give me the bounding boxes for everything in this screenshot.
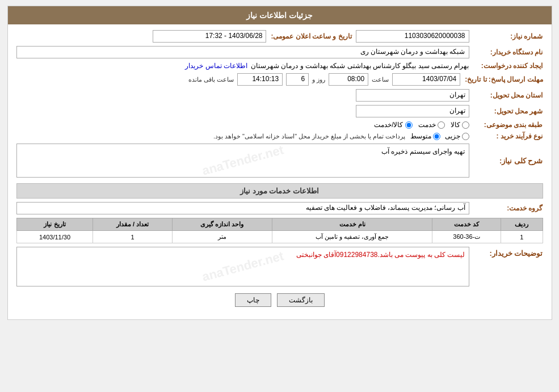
sharh-kolli-box: تهیه واجرای سیستم ذخیره آب anaTender.net [16,144,469,178]
ijad-konande-link[interactable]: اطلاعات تماس خریدار [185,62,247,70]
tosih-kharidar-value: لیست کلی به پیوست می باشد.09122984738آقا… [296,251,465,259]
col-kod: کد خدمت [432,218,501,231]
shahr-row: شهر محل تحویل: تهران [16,105,543,117]
watermark: anaTender.net [200,144,285,178]
sharh-kolli-value: تهیه واجرای سیستم ذخیره آب [381,147,465,155]
col-vahed: واحد اندازه گیری [172,218,272,231]
sharh-kolli-label: شرح کلی نیاز: [469,157,543,165]
chap-button[interactable]: چاپ [235,293,271,307]
tarikhoSaat-label: تاریخ و ساعت اعلان عمومی: [266,32,351,40]
mohlat-label: مهلت ارسال پاسخ: تا تاریخ: [460,75,543,83]
sharh-kolli-row: شرح کلی نیاز: تهیه واجرای سیستم ذخیره آب… [16,144,543,178]
groupe-khedmat-row: گروه خدمت: آب رسانی؛ مدیریت پسماند، فاضل… [16,202,543,214]
ijad-konande-value: بهرام رستمی سید بیگلو کارشناس بهداشتی شب… [251,62,469,70]
services-table-container: ردیف کد خدمت نام خدمت واحد اندازه گیری ت… [16,218,543,243]
radio-motavas[interactable]: متوسط [410,132,440,140]
table-cell-tedad: 1 [93,231,172,243]
shomare-niaz-label: شماره نیاز: [469,32,543,40]
header-bar: جزئیات اطلاعات نیاز [8,6,552,24]
table-header-row: ردیف کد خدمت نام خدمت واحد اندازه گیری ت… [16,218,543,231]
groupe-khedmat-label: گروه خدمت: [469,204,543,212]
col-tedad: تعداد / مقدار [93,218,172,231]
radio-khedmat[interactable]: خدمت [418,121,445,129]
noe-farayand-label: نوع فرآیند خرید : [469,132,543,140]
col-tarikh: تاریخ نیاز [16,218,93,231]
ostan-label: استان محل تحویل: [469,91,543,99]
radio-kala[interactable]: کالا [451,121,469,129]
groupe-khedmat-value: آب رسانی؛ مدیریت پسماند، فاضلاب و فعالیت… [16,202,469,214]
tabaqebandi-options: کالا خدمت کالا/خدمت [374,121,469,129]
bazgasht-button[interactable]: بازگشت [277,293,325,307]
table-cell-radif: 1 [501,231,543,243]
nam-dastgah-row: نام دستگاه خریدار: شبکه بهداشت و درمان ش… [16,46,543,58]
ijad-konande-row: ایجاد کننده درخواست: بهرام رستمی سید بیگ… [16,62,543,70]
content-area: شماره نیاز: 1103030620000038 تاریخ و ساع… [8,24,552,319]
baqi-label: ساعت باقی مانده [188,76,234,83]
col-nam: نام خدمت [272,218,432,231]
khadamat-section-header: اطلاعات خدمات مورد نیاز [16,183,543,199]
table-cell-namKhedmat: جمع آوری، تصفیه و تامین آب [272,231,432,243]
roz-label: روز و [312,76,325,83]
button-row: بازگشت چاپ [16,293,543,307]
tosih-kharidar-row: توضیحات خریدار: لیست کلی به پیوست می باش… [16,247,543,286]
radio-kala-khedmat[interactable]: کالا/خدمت [374,121,412,129]
table-row: 1ت-36-360جمع آوری، تصفیه و تامین آبمتر11… [16,231,543,243]
shomare-niaz-value: 1103030620000038 [356,30,469,43]
saat-value: 08:00 [329,73,368,86]
ostan-row: استان محل تحویل: تهران [16,89,543,102]
col-radif: ردیف [501,218,543,231]
shahr-label: شهر محل تحویل: [469,107,543,115]
watermark2: anaTender.net [200,248,285,284]
ostan-value: تهران [356,89,469,102]
noe-farayand-row: نوع فرآیند خرید : جزیی متوسط پرداخت تمام… [16,132,543,140]
saat-label: ساعت [372,76,389,83]
tabaqebandi-row: طبقه بندی موضوعی: کالا خدمت کالا/خدمت [16,121,543,129]
radio-jozi[interactable]: جزیی [445,132,469,140]
tarikhoSaat-value: 1403/06/28 - 17:32 [153,30,266,43]
mohlat-row: مهلت ارسال پاسخ: تا تاریخ: 1403/07/04 سا… [16,73,543,86]
saat2-value: 14:10:13 [237,73,283,86]
noe-farayand-text: پرداخت تمام یا بخشی از مبلغ خریداز محل "… [213,133,406,140]
main-container: جزئیات اطلاعات نیاز شماره نیاز: 11030306… [7,6,552,320]
tosih-kharidar-label: توضیحات خریدار: [469,247,543,258]
ijad-konande-label: ایجاد کننده درخواست: [469,62,543,70]
services-table: ردیف کد خدمت نام خدمت واحد اندازه گیری ت… [16,218,543,243]
tabaqebandi-label: طبقه بندی موضوعی: [469,121,543,129]
shomare-niaz-row: شماره نیاز: 1103030620000038 تاریخ و ساع… [16,30,543,43]
roz-value: 6 [286,73,309,86]
tosih-kharidar-box: لیست کلی به پیوست می باشد.09122984738آقا… [16,247,469,286]
table-body: 1ت-36-360جمع آوری، تصفیه و تامین آبمتر11… [16,231,543,243]
table-cell-tarikh: 1403/11/30 [16,231,93,243]
table-cell-kodKhedmat: ت-36-360 [432,231,501,243]
shahr-value: تهران [356,105,469,117]
nam-dastgah-label: نام دستگاه خریدار: [469,48,543,56]
header-title: جزئیات اطلاعات نیاز [246,11,313,20]
nam-dastgah-value: شبکه بهداشت و درمان شهرستان ری [16,46,469,58]
table-cell-vahed: متر [172,231,272,243]
tarikh-value: 1403/07/04 [392,73,460,86]
